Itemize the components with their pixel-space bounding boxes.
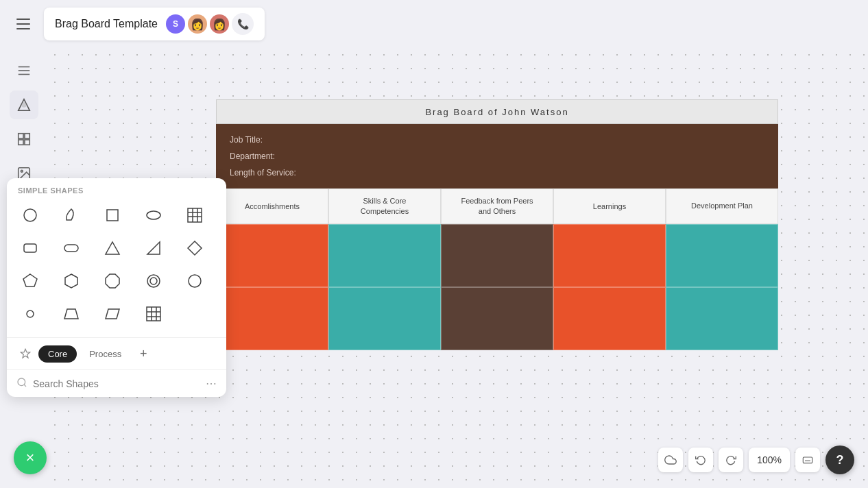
shape-library-tabs: Core Process +	[7, 337, 226, 369]
cell-1-2	[328, 224, 441, 287]
cell-2-4	[553, 287, 666, 350]
shape-pentagon[interactable]	[15, 266, 45, 296]
svg-rect-19	[24, 244, 36, 252]
shape-square[interactable]	[97, 200, 128, 230]
cell-1-4	[553, 224, 666, 287]
shape-triangle[interactable]	[97, 233, 128, 263]
search-shapes-input[interactable]	[33, 378, 200, 389]
cloud-save-button[interactable]	[658, 448, 683, 472]
svg-rect-33	[147, 307, 160, 321]
zoom-level: 100%	[749, 448, 790, 472]
svg-point-27	[147, 275, 160, 287]
board-row-2	[216, 287, 778, 350]
cell-1-5	[666, 224, 778, 287]
bottom-controls: 100% ?	[658, 446, 854, 474]
svg-point-11	[24, 209, 36, 221]
svg-line-40	[24, 385, 26, 387]
brag-board: Brag Board of John Watson Job Title: Dep…	[216, 99, 778, 350]
board-row-1	[216, 224, 778, 287]
shape-small-circle[interactable]	[15, 299, 45, 329]
avatar-1: 👩	[188, 14, 207, 34]
sidebar-icon-frames[interactable]	[10, 125, 38, 154]
svg-marker-21	[106, 242, 119, 254]
shape-ellipse[interactable]	[138, 200, 169, 230]
cell-2-5	[666, 287, 778, 350]
col-header-learnings: Learnings	[553, 188, 666, 224]
svg-marker-25	[65, 274, 77, 288]
shape-table[interactable]	[180, 200, 210, 230]
shape-right-triangle[interactable]	[138, 233, 169, 263]
shape-hexagon[interactable]	[56, 266, 86, 296]
tab-process[interactable]: Process	[80, 345, 131, 363]
svg-marker-22	[147, 242, 160, 254]
col-header-feedback: Feedback from Peersand Others	[441, 188, 553, 224]
avatar-2: 👩	[210, 14, 229, 34]
svg-marker-23	[188, 241, 202, 255]
avatar-s: S	[166, 14, 185, 34]
col-header-accomplishments: Accomlishments	[216, 188, 328, 224]
svg-rect-8	[25, 140, 29, 145]
cell-1-3	[441, 224, 553, 287]
keyboard-shortcut-button[interactable]	[795, 448, 820, 472]
cell-1-1	[216, 224, 328, 287]
department-field: Department:	[230, 151, 764, 161]
svg-point-13	[147, 211, 160, 219]
svg-point-10	[21, 170, 23, 172]
col-header-skills: Skills & CoreCompetencies	[328, 188, 441, 224]
shape-circle-2[interactable]	[138, 266, 169, 296]
shape-parallelogram[interactable]	[97, 299, 128, 329]
topbar: Brag Board Template S 👩 👩 📞	[0, 0, 868, 48]
svg-marker-32	[106, 309, 119, 319]
board-info-section: Job Title: Department: Length of Service…	[216, 124, 778, 188]
cell-2-1	[216, 287, 328, 350]
svg-point-28	[150, 278, 157, 284]
svg-rect-12	[107, 210, 118, 221]
svg-point-39	[18, 378, 25, 386]
svg-rect-5	[19, 134, 23, 138]
tab-core[interactable]: Core	[38, 345, 77, 363]
section-label: SIMPLE SHAPES	[7, 178, 226, 200]
svg-rect-14	[188, 208, 202, 222]
shape-grid[interactable]	[138, 299, 169, 329]
svg-rect-20	[64, 245, 78, 252]
favorites-icon[interactable]	[15, 343, 36, 364]
svg-marker-26	[106, 274, 119, 288]
undo-button[interactable]	[688, 448, 713, 472]
help-button[interactable]: ?	[825, 446, 854, 474]
svg-rect-41	[803, 457, 812, 463]
search-shapes-row: ⋯	[7, 369, 226, 397]
shape-arc[interactable]	[56, 200, 86, 230]
search-icon	[16, 377, 27, 390]
shapes-panel: SIMPLE SHAPES	[7, 178, 226, 397]
shape-octagon[interactable]	[97, 266, 128, 296]
menu-button[interactable]	[11, 12, 36, 36]
shape-circle[interactable]	[15, 200, 45, 230]
job-title-field: Job Title:	[230, 135, 764, 145]
cell-2-2	[328, 287, 441, 350]
shape-trapezoid[interactable]	[56, 299, 86, 329]
document-title: Brag Board Template	[55, 18, 158, 30]
cell-2-3	[441, 287, 553, 350]
shape-ring[interactable]	[180, 266, 210, 296]
board-title-text: Brag Board of John Watson	[425, 107, 568, 117]
more-options-icon[interactable]: ⋯	[206, 377, 217, 390]
redo-button[interactable]	[719, 448, 743, 472]
close-fab-button[interactable]: ×	[14, 441, 47, 474]
shape-pill[interactable]	[56, 233, 86, 263]
svg-point-30	[27, 310, 34, 317]
board-title-header: Brag Board of John Watson	[216, 99, 778, 124]
call-button[interactable]: 📞	[232, 13, 254, 35]
sidebar-icon-shapes[interactable]	[10, 90, 38, 119]
sidebar-icon-tools[interactable]	[10, 56, 38, 85]
svg-rect-7	[19, 140, 23, 145]
add-library-button[interactable]: +	[134, 344, 153, 363]
shape-rounded-rect[interactable]	[15, 233, 45, 263]
svg-point-29	[189, 275, 201, 287]
shape-diamond[interactable]	[180, 233, 210, 263]
svg-point-4	[21, 102, 26, 107]
avatars-group: S 👩 👩 📞	[166, 13, 254, 35]
svg-marker-31	[64, 309, 78, 319]
svg-rect-6	[25, 134, 29, 138]
column-headers: Accomlishments Skills & CoreCompetencies…	[216, 188, 778, 224]
length-of-service-field: Length of Service:	[230, 168, 764, 178]
